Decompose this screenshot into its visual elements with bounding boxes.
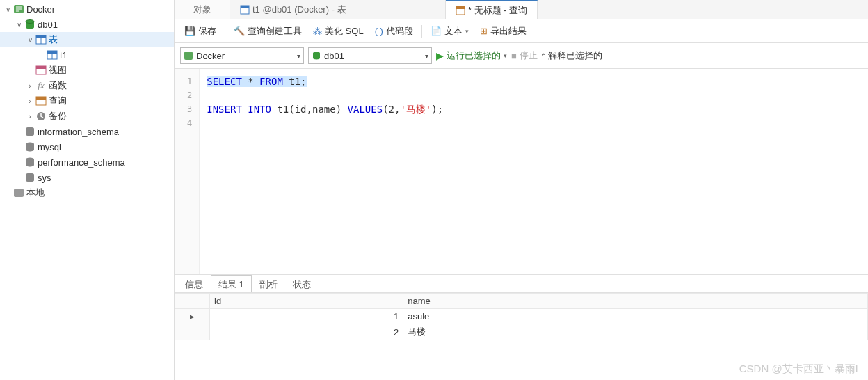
toolbar: 💾保存 🔨查询创建工具 ⁂美化 SQL ( )代码段 📄文本▾ ⊞导出结果	[175, 19, 868, 43]
sidebar: ∨Docker ∨db01 ∨表 t1 视图 ›fx函数 ›查询 ›备份 inf…	[0, 0, 175, 380]
gutter: 1234	[175, 69, 200, 274]
beautify-button[interactable]: ⁂美化 SQL	[309, 24, 368, 39]
tree-sys-label: sys	[38, 173, 51, 183]
cell-name[interactable]: asule	[403, 309, 868, 324]
result-grid[interactable]: id name ▸ 1 asule 2 马楼	[175, 293, 868, 340]
result-tab-result1[interactable]: 结果 1	[211, 275, 252, 292]
wand-icon: ⁂	[313, 26, 322, 36]
snippets-button[interactable]: ( )代码段	[371, 24, 417, 39]
sql-keyword: INSERT	[207, 104, 242, 115]
tree-mysql-label: mysql	[38, 142, 61, 152]
cell-name[interactable]: 马楼	[403, 324, 868, 340]
svg-rect-18	[14, 189, 24, 197]
run-button[interactable]: ▶运行已选择的▾	[436, 49, 507, 62]
sql-keyword: VALUES	[348, 104, 383, 115]
tree-views[interactable]: 视图	[0, 63, 174, 78]
tree-views-label: 视图	[49, 64, 67, 77]
row-indicator: ▸	[175, 309, 210, 324]
result-tab-profile[interactable]: 剖析	[252, 275, 285, 292]
table-icon	[46, 49, 58, 61]
database-combo-label: db01	[324, 51, 344, 61]
table-row[interactable]: 2 马楼	[175, 324, 868, 340]
tree-perf-schema-label: performance_schema	[38, 157, 125, 168]
save-icon: 💾	[184, 26, 195, 36]
sql-text: t1(id,name)	[271, 104, 348, 115]
connection-icon	[13, 187, 25, 199]
result-tab-info[interactable]: 信息	[177, 275, 211, 292]
svg-rect-10	[36, 66, 46, 69]
svg-rect-23	[184, 52, 193, 60]
tree-queries-label: 查询	[49, 95, 67, 107]
tree-tables-label: 表	[49, 33, 58, 46]
sql-text: );	[431, 104, 443, 115]
svg-rect-20	[241, 6, 249, 8]
tree-connection[interactable]: ∨Docker	[0, 1, 174, 17]
tab-query-label: * 无标题 - 查询	[468, 4, 527, 17]
tab-table[interactable]: t1 @db01 (Docker) - 表	[230, 0, 446, 19]
row-indicator	[175, 324, 210, 340]
sql-keyword: INTO	[242, 104, 271, 115]
run-label: 运行已选择的	[447, 49, 501, 62]
separator	[225, 25, 225, 38]
export-icon: ⊞	[480, 26, 488, 36]
explain-button[interactable]: ᵉ解释已选择的	[542, 49, 602, 62]
tree-functions-label: 函数	[49, 79, 67, 92]
tree-table-t1-label: t1	[60, 50, 67, 61]
text-button[interactable]: 📄文本▾	[426, 24, 473, 39]
sql-text: t1;	[283, 76, 307, 87]
tree-sys[interactable]: sys	[0, 170, 174, 185]
tree-backups-label: 备份	[49, 110, 67, 122]
tree-perf-schema[interactable]: performance_schema	[0, 155, 174, 170]
table-icon	[240, 5, 250, 15]
tree-local[interactable]: 本地	[0, 185, 174, 200]
tree-table-t1[interactable]: t1	[0, 47, 174, 63]
tab-objects-label: 对象	[193, 3, 211, 16]
snippets-label: 代码段	[386, 25, 413, 38]
tree-functions[interactable]: ›fx函数	[0, 78, 174, 93]
svg-rect-22	[456, 6, 465, 9]
svg-rect-12	[36, 97, 46, 100]
col-id-header[interactable]: id	[210, 294, 403, 309]
views-icon	[35, 64, 47, 77]
save-button[interactable]: 💾保存	[180, 24, 220, 39]
explain-icon: ᵉ	[542, 51, 545, 61]
hammer-icon: 🔨	[234, 26, 245, 36]
tree-tables[interactable]: ∨表	[0, 32, 174, 47]
parens-icon: ( )	[375, 26, 383, 36]
cell-id[interactable]: 2	[210, 324, 403, 340]
connection-row: Docker▾ db01▾ ▶运行已选择的▾ ■停止 ᵉ解释已选择的	[175, 43, 868, 69]
tree-database[interactable]: ∨db01	[0, 17, 174, 32]
query-builder-button[interactable]: 🔨查询创建工具	[230, 24, 306, 39]
row-indicator-header	[175, 294, 210, 309]
cell-id[interactable]: 1	[210, 309, 403, 324]
main-area: 对象 t1 @db01 (Docker) - 表 * 无标题 - 查询 💾保存 …	[175, 0, 868, 380]
tree-local-label: 本地	[26, 187, 45, 199]
connection-combo[interactable]: Docker▾	[180, 47, 304, 64]
explain-label: 解释已选择的	[548, 49, 602, 62]
table-row[interactable]: ▸ 1 asule	[175, 309, 868, 324]
chevron-down-icon: ▾	[425, 52, 428, 60]
sql-editor[interactable]: 1234 SELECT * FROM t1; INSERT INTO t1(id…	[175, 69, 868, 275]
sql-keyword: SELECT	[207, 76, 242, 87]
tab-query[interactable]: * 无标题 - 查询	[446, 0, 538, 19]
database-icon	[312, 51, 321, 61]
chevron-down-icon: ▾	[297, 52, 300, 60]
tab-objects[interactable]: 对象	[175, 0, 230, 19]
tree-queries[interactable]: ›查询	[0, 93, 174, 109]
database-icon	[24, 125, 36, 138]
tree-mysql[interactable]: mysql	[0, 139, 174, 155]
tree-info-schema[interactable]: information_schema	[0, 124, 174, 139]
query-icon	[35, 95, 47, 107]
result-tab-status[interactable]: 状态	[285, 275, 319, 292]
connection-icon	[13, 3, 25, 15]
database-combo[interactable]: db01▾	[308, 47, 432, 64]
col-name-header[interactable]: name	[403, 294, 868, 309]
query-builder-label: 查询创建工具	[248, 25, 302, 38]
export-button[interactable]: ⊞导出结果	[476, 24, 531, 39]
tree-backups[interactable]: ›备份	[0, 109, 174, 124]
export-label: 导出结果	[490, 25, 527, 38]
separator	[421, 25, 422, 38]
stop-label: 停止	[520, 49, 538, 62]
code-area[interactable]: SELECT * FROM t1; INSERT INTO t1(id,name…	[200, 69, 450, 274]
save-label: 保存	[198, 25, 216, 38]
